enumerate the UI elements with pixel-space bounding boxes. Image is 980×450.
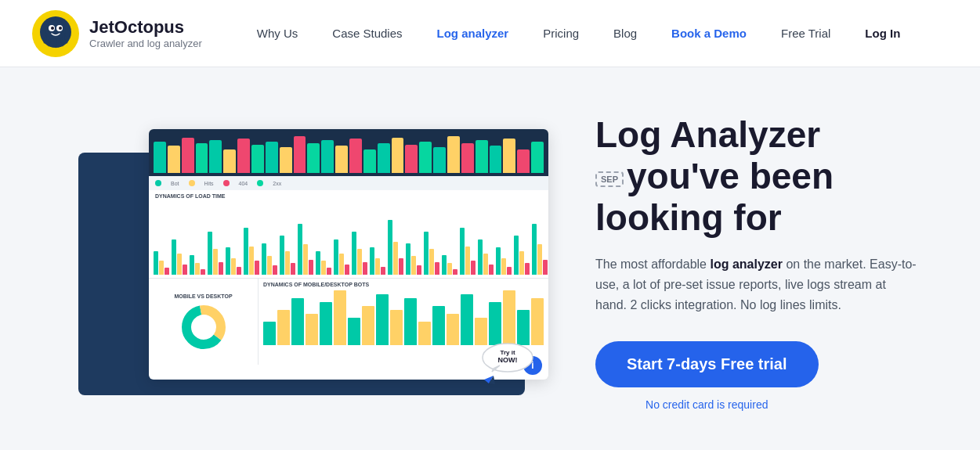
legend-dot-red: [223, 180, 230, 186]
hero-title: Log Analyzer SEPyou've been looking for: [595, 114, 917, 239]
chart-legend-top: Bot Hits 404 2xx: [149, 176, 548, 190]
nav-case-studies[interactable]: Case Studies: [315, 0, 419, 67]
nav-free-trial[interactable]: Free Trial: [764, 0, 848, 67]
svg-text:NOW!: NOW!: [498, 356, 518, 364]
nav-pricing[interactable]: Pricing: [526, 0, 596, 67]
svg-point-2: [45, 20, 66, 39]
hero-text-block: Log Analyzer SEPyou've been looking for …: [595, 114, 917, 411]
mid-bar-chart: [149, 200, 548, 279]
mid-section-title: DYNAMICS OF LOAD TIME: [149, 190, 548, 200]
main-content: Bot Hits 404 2xx DYNAMICS OF LOAD TIME M…: [0, 67, 980, 450]
svg-point-5: [51, 27, 54, 30]
dashboard-illustration: Bot Hits 404 2xx DYNAMICS OF LOAD TIME M…: [78, 129, 533, 395]
svg-point-6: [59, 27, 62, 30]
cta-free-trial-button[interactable]: Start 7-days Free trial: [595, 341, 819, 387]
legend-dot-green: [155, 180, 161, 186]
try-it-badge: Try it NOW!: [478, 340, 541, 387]
header: JetOctopus Crawler and log analyzer Why …: [0, 0, 980, 67]
nav-book-demo[interactable]: Book a Demo: [654, 0, 764, 67]
right-bar-chart: [263, 290, 544, 345]
legend-dot-teal: [257, 180, 263, 186]
donut-title: MOBILE VS DESKTOP: [174, 293, 232, 299]
nav-blog[interactable]: Blog: [596, 0, 654, 67]
top-bar-chart: [149, 129, 548, 176]
nav-why-us[interactable]: Why Us: [240, 0, 316, 67]
nav-login[interactable]: Log In: [848, 0, 917, 67]
brand-tagline: Crawler and log analyzer: [89, 38, 202, 49]
legend-dot-yellow: [189, 180, 195, 186]
sep-badge: SEP: [595, 171, 624, 187]
nav-log-analyzer[interactable]: Log analyzer: [420, 0, 526, 67]
hero-description: The most affordable log analyzer on the …: [595, 254, 917, 316]
main-nav: Why Us Case Studies Log analyzer Pricing…: [240, 0, 949, 67]
svg-point-9: [194, 318, 213, 337]
donut-section: MOBILE VS DESKTOP: [149, 279, 259, 365]
svg-text:Try it: Try it: [500, 349, 515, 356]
right-bar-title: DYNAMICS OF MOBILE/DESKTOP BOTS: [263, 282, 544, 287]
brand-name: JetOctopus: [89, 17, 202, 38]
donut-chart: [180, 304, 227, 351]
logo-area[interactable]: JetOctopus Crawler and log analyzer: [31, 9, 202, 58]
logo-icon: [31, 9, 80, 58]
no-credit-card-label: No credit card is required: [645, 398, 768, 411]
